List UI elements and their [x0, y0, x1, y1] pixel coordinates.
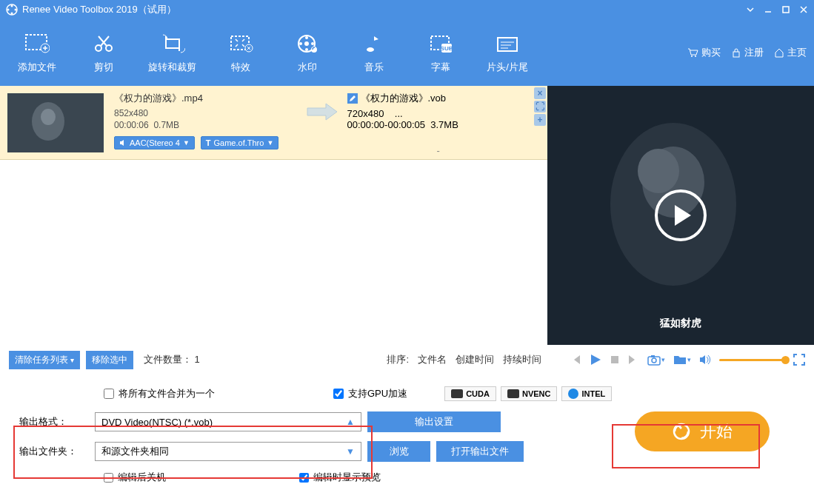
svg-point-20	[367, 47, 374, 52]
start-button[interactable]: 开始	[635, 411, 770, 451]
play-button[interactable]	[655, 189, 707, 241]
minimize-icon[interactable]	[764, 5, 773, 14]
source-resolution: 852x480	[114, 108, 297, 118]
output-duration: 00:00:00-00:00:05 3.7MB	[347, 119, 530, 130]
toolbar-label: 旋转和裁剪	[148, 61, 196, 74]
shutdown-after-checkbox[interactable]: 编辑后关机	[104, 471, 166, 484]
audio-track-selector[interactable]: AAC(Stereo 4▼	[114, 136, 195, 149]
svg-point-40	[652, 358, 656, 363]
svg-point-29	[695, 56, 696, 57]
toolbar-label: 音乐	[364, 61, 384, 74]
clear-tasks-button[interactable]: 清除任务列表	[9, 351, 80, 369]
snapshot-button[interactable]: ▾	[647, 354, 665, 366]
svg-point-4	[7, 9, 10, 11]
stop-button[interactable]	[610, 355, 620, 365]
control-bar: 清除任务列表 移除选中 文件数量： 1 排序: 文件名 创建时间 持续时间 ▾ …	[0, 345, 814, 374]
svg-rect-24	[498, 38, 517, 51]
sort-by-duration[interactable]: 持续时间	[503, 353, 541, 366]
svg-point-10	[106, 45, 112, 51]
subtitle-icon: SUB	[428, 31, 453, 56]
nvidia-icon	[507, 389, 519, 398]
svg-point-28	[691, 56, 693, 57]
remove-task-button[interactable]: ×	[534, 87, 546, 99]
toolbar-label: 剪切	[94, 61, 113, 74]
toolbar-intro-outro[interactable]: 片头/片尾	[485, 31, 530, 74]
volume-slider[interactable]	[719, 359, 786, 361]
browse-button[interactable]: 浏览	[367, 441, 430, 462]
toolbar-add-file[interactable]: 添加文件	[15, 31, 59, 74]
chevron-up-icon: ▲	[346, 417, 355, 427]
watermark-icon	[295, 31, 320, 56]
output-resolution: 720x480 ...	[347, 108, 530, 119]
subtitle-track-selector[interactable]: TGame.of.Thro▼	[201, 136, 279, 149]
next-button[interactable]	[627, 354, 639, 366]
svg-point-3	[11, 13, 13, 15]
speaker-icon	[119, 139, 127, 147]
merge-all-checkbox[interactable]: 将所有文件合并为一个	[104, 387, 215, 400]
output-format-select[interactable]: DVD Video(NTSC) (*.vob)▲	[95, 412, 361, 431]
add-task-button[interactable]: +	[534, 114, 546, 126]
toolbar-cut[interactable]: 剪切	[81, 31, 126, 74]
sort-label: 排序:	[387, 353, 409, 366]
svg-point-2	[15, 9, 17, 11]
volume-button[interactable]	[698, 354, 712, 366]
fullscreen-button[interactable]	[793, 354, 805, 366]
remove-selected-button[interactable]: 移除选中	[86, 351, 133, 369]
titlebar: Renee Video Toolbox 2019（试用）	[0, 0, 814, 19]
toolbar-music[interactable]: 音乐	[352, 31, 396, 74]
dropdown-icon[interactable]	[746, 5, 755, 14]
conversion-arrow-icon	[300, 64, 344, 159]
preview-while-editing-checkbox[interactable]: 编辑时显示预览	[299, 471, 381, 484]
buy-link[interactable]: 购买	[687, 46, 721, 59]
edit-icon[interactable]	[347, 93, 358, 104]
sort-by-name[interactable]: 文件名	[418, 353, 447, 366]
toolbar-effects[interactable]: 特效	[218, 31, 263, 74]
maximize-icon[interactable]	[781, 5, 790, 14]
music-icon	[361, 31, 387, 56]
settings-panel: 将所有文件合并为一个 支持GPU加速 CUDA NVENC INTEL 输出格式…	[0, 374, 814, 504]
prev-button[interactable]	[570, 354, 581, 366]
expand-task-button[interactable]: ⛶	[534, 101, 546, 112]
output-settings-button[interactable]: 输出设置	[367, 411, 501, 432]
source-duration: 00:00:06 0.7MB	[114, 120, 297, 130]
output-filename: 《权力的游戏》.vob	[361, 92, 447, 105]
toolbar-label: 添加文件	[18, 61, 56, 74]
effects-icon	[228, 31, 253, 56]
svg-rect-6	[783, 7, 789, 13]
output-folder-label: 输出文件夹：	[15, 445, 89, 458]
video-thumbnail[interactable]: ■■■■	[7, 93, 104, 152]
task-row[interactable]: ■■■■ 《权力的游戏》.mp4 852x480 00:00:06 0.7MB …	[0, 86, 547, 160]
svg-point-9	[96, 45, 101, 51]
chevron-down-icon: ▼	[346, 446, 355, 457]
lock-icon	[731, 47, 741, 58]
crop-rotate-icon	[160, 31, 185, 56]
svg-rect-38	[611, 356, 618, 363]
svg-point-16	[311, 42, 314, 45]
close-icon[interactable]	[799, 5, 808, 14]
home-icon	[774, 47, 784, 58]
register-link[interactable]: 注册	[731, 46, 764, 59]
intel-icon	[568, 389, 578, 399]
output-folder-select[interactable]: 和源文件夹相同▼	[95, 442, 361, 461]
toolbar-rotate-crop[interactable]: 旋转和裁剪	[148, 31, 196, 74]
text-icon: T	[206, 138, 211, 147]
svg-rect-30	[733, 52, 739, 57]
open-output-folder-button[interactable]: 打开输出文件	[436, 441, 524, 462]
sort-by-created[interactable]: 创建时间	[456, 353, 494, 366]
preview-pane: 猛如豺虎	[547, 86, 814, 345]
refresh-icon	[672, 422, 691, 441]
svg-point-1	[11, 5, 13, 7]
toolbar-subtitle[interactable]: SUB 字幕	[418, 31, 463, 74]
gpu-accel-checkbox[interactable]: 支持GPU加速	[333, 387, 407, 400]
open-folder-button[interactable]: ▾	[673, 354, 691, 366]
svg-point-33	[41, 109, 56, 125]
svg-point-14	[304, 41, 309, 46]
play-control-button[interactable]	[589, 353, 602, 366]
home-link[interactable]: 主页	[774, 46, 807, 59]
svg-text:SUB: SUB	[441, 45, 453, 52]
toolbar-label: 特效	[231, 61, 250, 74]
app-logo-icon	[6, 4, 18, 16]
output-dash: -	[347, 145, 530, 156]
file-count-label: 文件数量： 1	[144, 353, 200, 366]
output-format-label: 输出格式：	[15, 415, 89, 429]
